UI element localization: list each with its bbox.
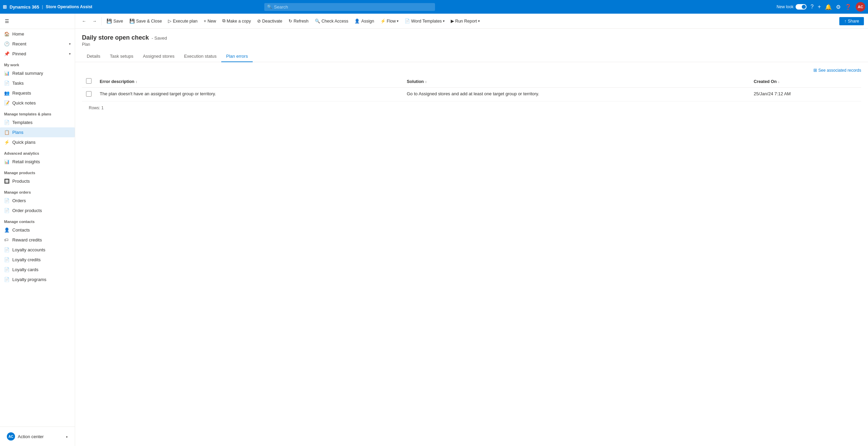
help-icon[interactable]: ? [811,4,814,10]
sidebar-products-label: Products [12,179,30,184]
see-associated-button[interactable]: ⊞ See associated records [813,68,861,73]
sidebar-item-quick-plans[interactable]: ⚡ Quick plans [0,137,75,147]
sidebar-item-reward-credits[interactable]: 🏷 Reward credits [0,235,75,245]
sidebar-item-pinned[interactable]: 📌 Pinned ▾ [0,49,75,59]
sidebar-home-label: Home [12,31,24,37]
tab-plan-errors[interactable]: Plan errors [221,51,253,62]
flow-dropdown-icon: ▾ [397,19,398,23]
sidebar-requests-label: Requests [12,90,31,96]
action-center-button[interactable]: AC Action center ▸ [3,430,72,443]
settings-icon[interactable]: ⚙ [836,4,841,10]
sidebar-item-templates[interactable]: 📄 Templates [0,117,75,127]
sidebar-item-orders[interactable]: 📄 Orders [0,196,75,206]
pinned-arrow-icon: ▾ [69,52,71,56]
tab-task-setups[interactable]: Task setups [105,51,138,62]
sidebar-retail-summary-label: Retail summary [12,71,43,76]
sidebar: ☰ 🏠 Home 🕐 Recent ▾ 📌 Pinned ▾ My work 📊… [0,14,75,446]
word-templates-icon: 📄 [405,18,410,24]
flow-button[interactable]: ⚡ Flow ▾ [378,17,401,25]
hamburger-menu[interactable]: ☰ [3,16,72,26]
manage-contacts-label: Manage contacts [0,215,75,225]
share-button[interactable]: ↑ Share [839,17,864,25]
save-close-button[interactable]: 💾 Save & Close [127,17,165,25]
tab-execution-status[interactable]: Execution status [179,51,221,62]
back-button[interactable]: ← [79,17,89,25]
make-copy-button[interactable]: ⧉ Make a copy [220,17,254,25]
sidebar-orders-label: Orders [12,198,26,203]
sidebar-item-recent[interactable]: 🕐 Recent ▾ [0,39,75,49]
header-solution[interactable]: Solution ↕ [403,75,750,88]
contacts-icon: 👤 [4,227,10,233]
manage-orders-label: Manage orders [0,186,75,196]
sidebar-item-home[interactable]: 🏠 Home [0,29,75,39]
share-icon: ↑ [844,19,846,24]
sidebar-item-retail-summary[interactable]: 📊 Retail summary [0,68,75,78]
tab-assigned-stores[interactable]: Assigned stores [138,51,179,62]
sidebar-item-contacts[interactable]: 👤 Contacts [0,225,75,235]
page-tabs: Details Task setups Assigned stores Exec… [75,51,868,62]
user-avatar[interactable]: AC [856,2,865,12]
recent-icon: 🕐 [4,41,10,46]
sidebar-item-requests[interactable]: 👥 Requests [0,88,75,98]
solution-sort-icon: ↕ [425,80,427,84]
help-circle-icon[interactable]: ❓ [845,4,852,10]
toolbar-separator-1 [101,17,102,25]
sidebar-order-products-label: Order products [12,208,42,213]
sidebar-item-order-products[interactable]: 📄 Order products [0,206,75,215]
new-button[interactable]: + New [201,17,219,25]
bell-icon[interactable]: 🔔 [825,4,832,10]
word-templates-button[interactable]: 📄 Word Templates ▾ [402,17,447,25]
sidebar-reward-credits-label: Reward credits [12,237,42,242]
row-checkbox[interactable] [86,91,92,97]
row-solution: Go to Assigned stores and add at least o… [403,88,750,101]
sidebar-item-loyalty-programs[interactable]: 📄 Loyalty programs [0,275,75,284]
deactivate-icon: ⊘ [257,18,261,24]
sidebar-loyalty-programs-label: Loyalty programs [12,277,46,282]
run-report-button[interactable]: ▶ Run Report ▾ [448,17,482,25]
new-look-switch[interactable] [796,4,807,10]
copy-icon: ⧉ [222,18,225,24]
header-select-all[interactable] [82,75,96,88]
sidebar-item-tasks[interactable]: 📄 Tasks [0,78,75,88]
row-checkbox-cell[interactable] [82,88,96,101]
save-close-icon: 💾 [129,18,135,24]
action-center-label: Action center [18,434,44,439]
search-input[interactable] [264,3,435,11]
home-icon: 🏠 [4,31,10,37]
check-access-button[interactable]: 🔍 Check Access [312,17,351,25]
manage-templates-label: Manage templates & plans [0,108,75,117]
assign-icon: 👤 [354,18,360,24]
page-body: Daily store open check - Saved Plan Deta… [75,29,868,446]
refresh-button[interactable]: ↻ Refresh [286,17,311,25]
saved-label: - Saved [152,36,167,41]
save-button[interactable]: 💾 Save [104,17,126,25]
sidebar-item-loyalty-cards[interactable]: 📄 Loyalty cards [0,265,75,275]
loyalty-programs-icon: 📄 [4,277,10,282]
sidebar-item-loyalty-credits[interactable]: 📄 Loyalty credits [0,255,75,265]
header-created-on[interactable]: Created On ↓ [750,75,861,88]
sidebar-item-loyalty-accounts[interactable]: 📄 Loyalty accounts [0,245,75,255]
header-error-description[interactable]: Error description ↕ [96,75,403,88]
execute-plan-button[interactable]: ▷ Execute plan [165,17,200,25]
tab-details[interactable]: Details [82,51,105,62]
table-toolbar: ⊞ See associated records [82,68,861,73]
loyalty-credits-icon: 📄 [4,257,10,262]
sidebar-item-quick-notes[interactable]: 📝 Quick notes [0,98,75,108]
sidebar-top: ☰ [0,14,75,29]
select-all-checkbox[interactable] [86,78,92,84]
grid-icon: ⊞ [3,4,7,10]
page-subtitle: Plan [82,42,861,47]
new-look-toggle[interactable]: New look [776,4,806,10]
sidebar-quick-notes-label: Quick notes [12,100,36,106]
plus-icon[interactable]: + [818,4,821,10]
forward-button[interactable]: → [90,17,100,25]
created-on-sort-icon: ↓ [778,80,780,84]
assign-button[interactable]: 👤 Assign [352,17,377,25]
sidebar-item-products[interactable]: 🔲 Products [0,176,75,186]
deactivate-button[interactable]: ⊘ Deactivate [254,17,285,25]
search-icon: 🔍 [267,4,272,9]
rows-count: Rows: 1 [82,101,861,114]
sidebar-item-plans[interactable]: 📋 Plans [0,127,75,137]
sidebar-item-retail-insights[interactable]: 📊 Retail insights [0,157,75,167]
sidebar-loyalty-credits-label: Loyalty credits [12,257,41,262]
